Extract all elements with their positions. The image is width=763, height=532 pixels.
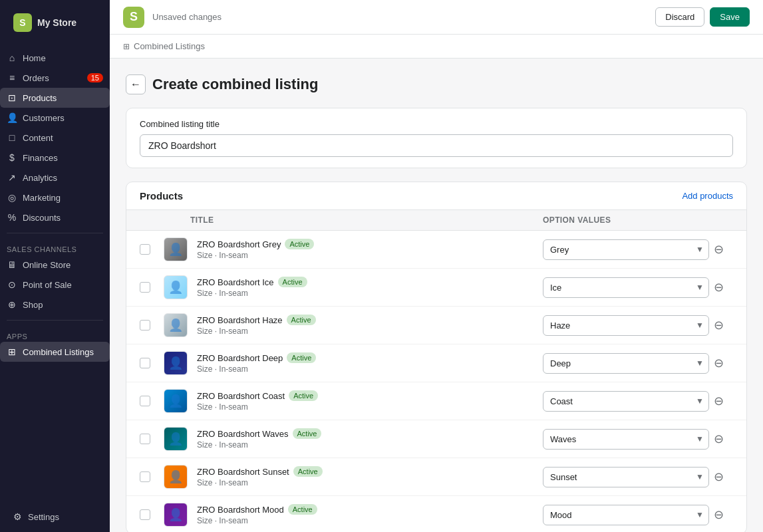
sales-channels-nav: Sales channels 🖥 Online Store ⊙ Point of… — [0, 241, 110, 315]
product-info: ZRO Boardshort Waves Active Size · In-se… — [190, 428, 543, 450]
row-checkbox-cell — [140, 282, 164, 293]
sidebar-item-finances[interactable]: $ Finances — [0, 148, 110, 168]
sidebar-item-label: Online Store — [23, 260, 71, 270]
remove-product-button[interactable]: ⊖ — [709, 354, 728, 372]
product-thumbnail: 👤 — [164, 313, 188, 337]
product-thumbnail: 👤 — [164, 427, 188, 451]
sidebar-item-orders[interactable]: ≡ Orders 15 — [0, 68, 110, 88]
breadcrumb-parent[interactable]: Combined Listings — [134, 41, 205, 51]
remove-product-button[interactable]: ⊖ — [709, 278, 728, 297]
row-checkbox[interactable] — [140, 509, 150, 520]
product-name: ZRO Boardshort Mood Active — [197, 504, 543, 515]
page-title: Create combined listing — [152, 76, 318, 93]
shopify-logo: S — [123, 7, 144, 28]
sidebar-item-products[interactable]: ⊡ Products — [0, 88, 110, 108]
option-select-wrapper: Haze ▼ — [543, 315, 709, 336]
sidebar-item-label: Products — [23, 93, 57, 103]
row-checkbox[interactable] — [140, 396, 150, 406]
remove-product-button[interactable]: ⊖ — [709, 240, 728, 259]
page-back-button[interactable]: ← — [126, 74, 146, 94]
product-info: ZRO Boardshort Sunset Active Size · In-s… — [190, 466, 543, 487]
sidebar-item-label: Orders — [23, 73, 49, 83]
breadcrumb-back-icon: ⊞ — [123, 42, 130, 51]
topbar-right: Discard Save — [655, 7, 750, 27]
sidebar-item-label: Content — [23, 133, 53, 143]
sidebar-item-discounts[interactable]: % Discounts — [0, 207, 110, 227]
marketing-icon: ◎ — [7, 192, 17, 203]
orders-icon: ≡ — [7, 72, 17, 83]
option-value-select[interactable]: Sunset — [543, 467, 709, 487]
discard-button[interactable]: Discard — [655, 7, 704, 27]
product-info: ZRO Boardshort Grey Active Size · In-sea… — [190, 239, 543, 260]
sidebar-item-home[interactable]: ⌂ Home — [0, 48, 110, 68]
sidebar-logo[interactable]: S My Store — [8, 8, 102, 37]
sidebar-item-marketing[interactable]: ◎ Marketing — [0, 188, 110, 207]
sidebar-item-label: Customers — [23, 113, 65, 123]
remove-product-button[interactable]: ⊖ — [709, 316, 728, 334]
add-products-button[interactable]: Add products — [682, 191, 733, 201]
row-checkbox[interactable] — [140, 320, 150, 331]
option-value-select[interactable]: Waves — [543, 429, 709, 450]
scroll-content: ← Create combined listing Combined listi… — [110, 59, 763, 532]
option-value-select[interactable]: Haze — [543, 315, 709, 336]
sidebar-item-settings[interactable]: ⚙ Settings — [5, 507, 104, 527]
products-icon: ⊡ — [7, 92, 17, 103]
remove-product-button[interactable]: ⊖ — [709, 467, 728, 486]
sidebar-item-pos[interactable]: ⊙ Point of Sale — [0, 275, 110, 295]
combined-listings-icon: ⊞ — [7, 346, 17, 357]
thumb-figure: 👤 — [168, 318, 183, 332]
row-checkbox[interactable] — [140, 282, 150, 293]
sidebar-item-label: Combined Listings — [23, 347, 94, 357]
pos-icon: ⊙ — [7, 279, 17, 290]
row-checkbox-cell — [140, 244, 164, 255]
thumb-figure: 👤 — [168, 394, 183, 408]
option-select-wrapper: Waves ▼ — [543, 429, 709, 450]
sidebar-bottom: ⚙ Settings — [0, 501, 110, 532]
listing-title-input[interactable] — [140, 134, 733, 157]
listing-title-section: Combined listing title — [126, 108, 746, 168]
sidebar-item-content[interactable]: □ Content — [0, 128, 110, 148]
remove-product-button[interactable]: ⊖ — [709, 505, 728, 524]
product-name: ZRO Boardshort Grey Active — [197, 239, 543, 249]
content-icon: □ — [7, 132, 17, 143]
save-button[interactable]: Save — [710, 7, 750, 27]
option-value-select[interactable]: Mood — [543, 505, 709, 525]
listing-title-card: Combined listing title — [126, 108, 747, 168]
product-meta: Size · In-seam — [197, 251, 543, 260]
table-row: 👤 ZRO Boardshort Haze Active Size · In-s… — [126, 307, 746, 344]
sidebar-item-customers[interactable]: 👤 Customers — [0, 108, 110, 128]
row-checkbox[interactable] — [140, 358, 150, 368]
option-select-wrapper: Grey ▼ — [543, 239, 709, 260]
remove-product-button[interactable]: ⊖ — [709, 430, 728, 448]
row-checkbox[interactable] — [140, 471, 150, 482]
sidebar-item-analytics[interactable]: ↗ Analytics — [0, 168, 110, 188]
product-name: ZRO Boardshort Deep Active — [197, 352, 543, 363]
product-thumbnail: 👤 — [164, 389, 188, 413]
product-name: ZRO Boardshort Ice Active — [197, 277, 543, 287]
thumb-figure: 👤 — [168, 280, 183, 295]
sidebar-item-shop[interactable]: ⊕ Shop — [0, 295, 110, 315]
status-badge: Active — [293, 428, 322, 439]
sidebar-item-label: Point of Sale — [23, 280, 72, 290]
status-badge: Active — [289, 390, 318, 401]
row-checkbox[interactable] — [140, 244, 150, 255]
row-checkbox[interactable] — [140, 434, 150, 444]
thumb-figure: 👤 — [168, 356, 183, 370]
row-checkbox-cell — [140, 396, 164, 406]
option-value-select[interactable]: Grey — [543, 239, 709, 260]
product-name: ZRO Boardshort Coast Active — [197, 390, 543, 401]
option-value-select[interactable]: Coast — [543, 391, 709, 412]
sidebar-item-combined-listings[interactable]: ⊞ Combined Listings — [0, 342, 110, 362]
sidebar-item-online-store[interactable]: 🖥 Online Store — [0, 255, 110, 275]
product-name: ZRO Boardshort Haze Active — [197, 315, 543, 325]
remove-product-button[interactable]: ⊖ — [709, 392, 728, 410]
sidebar-item-label: Home — [23, 53, 46, 63]
status-badge: Active — [293, 466, 323, 477]
sidebar-item-label: Discounts — [23, 213, 61, 223]
row-thumb-cell: 👤 — [164, 427, 190, 451]
option-value-select[interactable]: Ice — [543, 277, 709, 298]
home-icon: ⌂ — [7, 53, 17, 63]
table-row: 👤 ZRO Boardshort Ice Active Size · In-se… — [126, 269, 746, 307]
sidebar-divider-2 — [7, 320, 103, 321]
option-value-select[interactable]: Deep — [543, 353, 709, 374]
